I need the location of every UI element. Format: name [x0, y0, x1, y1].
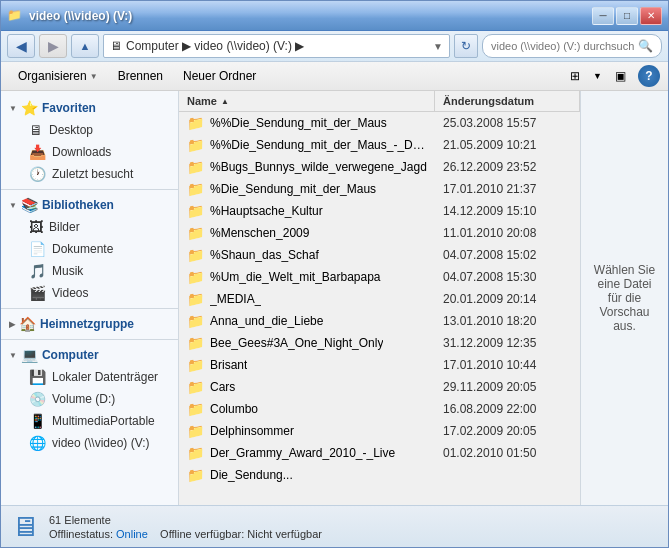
sort-arrow-icon: ▲ — [221, 97, 229, 106]
local-disk-icon: 💾 — [29, 369, 46, 385]
file-date-cell: 11.01.2010 20:08 — [435, 225, 580, 241]
sidebar-item-videos[interactable]: 🎬 Videos — [1, 282, 178, 304]
forward-button[interactable]: ▶ — [39, 34, 67, 58]
heimnetzgruppe-header[interactable]: ▶ 🏠 Heimnetzgruppe — [1, 313, 178, 335]
bibliotheken-icon: 📚 — [21, 197, 38, 213]
desktop-icon: 🖥 — [29, 122, 43, 138]
file-name-cell: 📁_MEDIA_ — [179, 290, 435, 308]
table-row[interactable]: 📁Cars29.11.2009 20:05 — [179, 376, 580, 398]
title-buttons: ─ □ ✕ — [592, 7, 662, 25]
table-row[interactable]: 📁_MEDIA_20.01.2009 20:14 — [179, 288, 580, 310]
file-name-cell: 📁%Hauptsache_Kultur — [179, 202, 435, 220]
refresh-button[interactable]: ↻ — [454, 34, 478, 58]
close-button[interactable]: ✕ — [640, 7, 662, 25]
up-button[interactable]: ▲ — [71, 34, 99, 58]
preview-pane-button[interactable]: ▣ — [606, 65, 634, 87]
table-row[interactable]: 📁%%Die_Sendung_mit_der_Maus_-_Die_D...21… — [179, 134, 580, 156]
search-input[interactable] — [491, 40, 634, 52]
file-name: %Um_die_Welt_mit_Barbapapa — [210, 270, 381, 284]
table-row[interactable]: 📁%Bugs_Bunnys_wilde_verwegene_Jagd26.12.… — [179, 156, 580, 178]
left-panel: ▼ ⭐ Favoriten 🖥 Desktop 📥 Downloads 🕐 Zu… — [1, 91, 179, 505]
folder-icon: 📁 — [187, 159, 204, 175]
computer-label: Computer — [42, 348, 99, 362]
sidebar-item-volume-d[interactable]: 💿 Volume (D:) — [1, 388, 178, 410]
table-row[interactable]: 📁%Hauptsache_Kultur14.12.2009 15:10 — [179, 200, 580, 222]
favoriten-icon: ⭐ — [21, 100, 38, 116]
nav-section-computer: ▼ 💻 Computer 💾 Lokaler Datenträger 💿 Vol… — [1, 344, 178, 454]
file-name: %Menschen_2009 — [210, 226, 309, 240]
table-row[interactable]: 📁%Um_die_Welt_mit_Barbapapa04.07.2008 15… — [179, 266, 580, 288]
file-date-cell: 17.01.2010 10:44 — [435, 357, 580, 373]
address-bar[interactable]: 🖥 Computer ▶ video (\\video) (V:) ▶ ▼ — [103, 34, 450, 58]
file-date-cell: 17.02.2009 20:05 — [435, 423, 580, 439]
separator-3 — [1, 339, 178, 340]
table-row[interactable]: 📁Der_Grammy_Award_2010_-_Live01.02.2010 … — [179, 442, 580, 464]
folder-icon: 📁 — [187, 203, 204, 219]
address-dropdown-icon[interactable]: ▼ — [433, 41, 443, 52]
file-name: Bee_Gees#3A_One_Night_Only — [210, 336, 383, 350]
help-button[interactable]: ? — [638, 65, 660, 87]
new-folder-button[interactable]: Neuer Ordner — [174, 65, 265, 87]
file-name-cell: 📁Bee_Gees#3A_One_Night_Only — [179, 334, 435, 352]
file-name-cell: 📁%%Die_Sendung_mit_der_Maus_-_Die_D... — [179, 136, 435, 154]
column-header-name[interactable]: Name ▲ — [179, 91, 435, 111]
file-date-cell: 13.01.2010 18:20 — [435, 313, 580, 329]
column-header-date[interactable]: Änderungsdatum — [435, 91, 580, 111]
table-row[interactable]: 📁Bee_Gees#3A_One_Night_Only31.12.2009 12… — [179, 332, 580, 354]
burn-button[interactable]: Brennen — [109, 65, 172, 87]
file-name: %Bugs_Bunnys_wilde_verwegene_Jagd — [210, 160, 427, 174]
file-name-cell: 📁%Um_die_Welt_mit_Barbapapa — [179, 268, 435, 286]
search-icon: 🔍 — [638, 39, 653, 53]
nav-section-heimnetzgruppe: ▶ 🏠 Heimnetzgruppe — [1, 313, 178, 335]
table-row[interactable]: 📁%%Die_Sendung_mit_der_Maus25.03.2008 15… — [179, 112, 580, 134]
file-name: Der_Grammy_Award_2010_-_Live — [210, 446, 395, 460]
sidebar-item-bilder[interactable]: 🖼 Bilder — [1, 216, 178, 238]
maximize-button[interactable]: □ — [616, 7, 638, 25]
file-name-cell: 📁%%Die_Sendung_mit_der_Maus — [179, 114, 435, 132]
sidebar-item-dokumente[interactable]: 📄 Dokumente — [1, 238, 178, 260]
sidebar-item-multimedia[interactable]: 📱 MultimediaPortable — [1, 410, 178, 432]
view-options-button[interactable]: ⊞ — [561, 65, 589, 87]
sidebar-item-downloads[interactable]: 📥 Downloads — [1, 141, 178, 163]
heimnetz-expand-icon: ▶ — [9, 320, 15, 329]
folder-icon: 📁 — [187, 313, 204, 329]
file-list-header: Name ▲ Änderungsdatum — [179, 91, 580, 112]
folder-icon: 📁 — [187, 379, 204, 395]
table-row[interactable]: 📁%Die_Sendung_mit_der_Maus17.01.2010 21:… — [179, 178, 580, 200]
search-bar[interactable]: 🔍 — [482, 34, 662, 58]
preview-panel: Wählen Sie eine Datei für die Vorschau a… — [580, 91, 668, 505]
table-row[interactable]: 📁Die_Sendung... — [179, 464, 580, 486]
back-button[interactable]: ◀ — [7, 34, 35, 58]
file-date-cell: 26.12.2009 23:52 — [435, 159, 580, 175]
view-dropdown-icon[interactable]: ▼ — [593, 71, 602, 81]
sidebar-item-desktop[interactable]: 🖥 Desktop — [1, 119, 178, 141]
video-share-icon: 🌐 — [29, 435, 46, 451]
file-list-body: 📁%%Die_Sendung_mit_der_Maus25.03.2008 15… — [179, 112, 580, 505]
video-share-label: video (\\video) (V:) — [52, 436, 150, 450]
videos-label: Videos — [52, 286, 88, 300]
sidebar-item-video-share[interactable]: 🌐 video (\\video) (V:) — [1, 432, 178, 454]
table-row[interactable]: 📁%Shaun_das_Schaf04.07.2008 15:02 — [179, 244, 580, 266]
table-row[interactable]: 📁Brisant17.01.2010 10:44 — [179, 354, 580, 376]
favoriten-label: Favoriten — [42, 101, 96, 115]
table-row[interactable]: 📁Anna_und_die_Liebe13.01.2010 18:20 — [179, 310, 580, 332]
main-window: 📁 video (\\video) (V:) ─ □ ✕ ◀ ▶ ▲ 🖥 Com… — [0, 0, 669, 548]
bibliotheken-expand-icon: ▼ — [9, 201, 17, 210]
bibliotheken-header[interactable]: ▼ 📚 Bibliotheken — [1, 194, 178, 216]
file-name: Delphinsommer — [210, 424, 294, 438]
downloads-icon: 📥 — [29, 144, 46, 160]
table-row[interactable]: 📁Delphinsommer17.02.2009 20:05 — [179, 420, 580, 442]
table-row[interactable]: 📁Columbo16.08.2009 22:00 — [179, 398, 580, 420]
organize-button[interactable]: Organisieren ▼ — [9, 65, 107, 87]
table-row[interactable]: 📁%Menschen_200911.01.2010 20:08 — [179, 222, 580, 244]
sidebar-item-musik[interactable]: 🎵 Musik — [1, 260, 178, 282]
favoriten-header[interactable]: ▼ ⭐ Favoriten — [1, 97, 178, 119]
separator-2 — [1, 308, 178, 309]
heimnetz-icon: 🏠 — [19, 316, 36, 332]
file-name: Columbo — [210, 402, 258, 416]
sidebar-item-local-disk[interactable]: 💾 Lokaler Datenträger — [1, 366, 178, 388]
computer-header[interactable]: ▼ 💻 Computer — [1, 344, 178, 366]
minimize-button[interactable]: ─ — [592, 7, 614, 25]
folder-icon: 📁 — [187, 357, 204, 373]
sidebar-item-recently-visited[interactable]: 🕐 Zuletzt besucht — [1, 163, 178, 185]
